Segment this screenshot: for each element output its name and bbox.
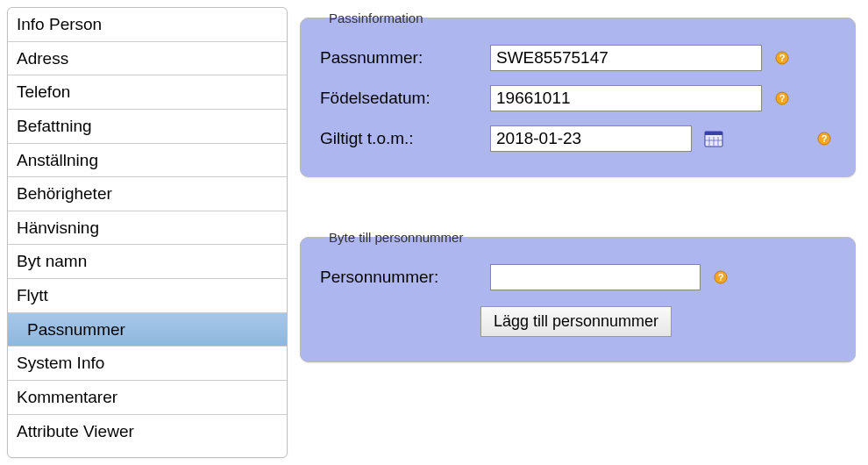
sidebar-item-label: Byt namn — [17, 252, 87, 270]
sidebar-item-behorigheter[interactable]: Behörigheter — [8, 176, 287, 211]
sidebar-item-label: Behörigheter — [17, 184, 112, 203]
svg-text:?: ? — [718, 272, 724, 283]
sidebar-item-info-person[interactable]: Info Person — [8, 8, 287, 41]
passinformation-legend: Passinformation — [325, 11, 427, 25]
svg-rect-5 — [705, 132, 722, 135]
giltigt-input[interactable] — [490, 125, 692, 152]
sidebar-item-label: Info Person — [17, 15, 102, 33]
passinformation-panel: Passinformation Passnummer: ? Födelsedat… — [300, 11, 856, 177]
row-passnummer: Passnummer: ? — [320, 45, 832, 71]
main-content: Passinformation Passnummer: ? Födelsedat… — [300, 7, 861, 458]
sidebar-item-label: Attribute Viewer — [17, 422, 134, 440]
sidebar-item-kommentarer[interactable]: Kommentarer — [8, 380, 287, 414]
sidebar-item-label: Kommentarer — [17, 388, 117, 406]
button-row: Lägg till personnummer — [320, 306, 832, 337]
sidebar-item-attribute-viewer[interactable]: Attribute Viewer — [8, 414, 287, 448]
sidebar-item-hanvisning[interactable]: Hänvisning — [8, 211, 287, 245]
sidebar-item-adress[interactable]: Adress — [8, 41, 287, 75]
sidebar-item-label: Telefon — [17, 82, 70, 101]
giltigt-label: Giltigt t.o.m.: — [320, 129, 478, 148]
sidebar-item-label: Passnummer — [27, 320, 125, 339]
sidebar-item-telefon[interactable]: Telefon — [8, 75, 287, 109]
help-icon[interactable]: ? — [713, 269, 729, 285]
personnummer-label: Personnummer: — [320, 268, 478, 287]
row-giltigt: Giltigt t.o.m.: ? — [320, 125, 832, 152]
passnummer-label: Passnummer: — [320, 48, 478, 68]
sidebar: Info Person Adress Telefon Befattning An… — [7, 7, 288, 458]
add-personnummer-button[interactable]: Lägg till personnummer — [480, 306, 672, 337]
sidebar-item-label: Flytt — [17, 286, 48, 304]
calendar-icon[interactable] — [704, 130, 723, 147]
svg-text:?: ? — [779, 93, 786, 104]
sidebar-item-befattning[interactable]: Befattning — [8, 109, 287, 143]
sidebar-item-anstallning[interactable]: Anställning — [8, 143, 287, 177]
sidebar-item-label: Adress — [17, 49, 68, 68]
row-personnummer: Personnummer: ? — [320, 264, 832, 290]
sidebar-item-system-info[interactable]: System Info — [8, 346, 287, 380]
byte-personnummer-panel: Byte till personnummer Personnummer: ? L… — [300, 230, 856, 362]
fodelsedatum-input[interactable] — [490, 85, 762, 111]
personnummer-input[interactable] — [490, 264, 701, 290]
passnummer-input[interactable] — [490, 45, 762, 71]
sidebar-item-label: Befattning — [17, 117, 92, 135]
svg-text:?: ? — [822, 133, 828, 144]
fodelsedatum-label: Födelsedatum: — [320, 89, 478, 108]
sidebar-item-label: Anställning — [17, 151, 98, 169]
svg-text:?: ? — [779, 53, 786, 63]
help-icon[interactable]: ? — [774, 50, 790, 66]
sidebar-item-passnummer[interactable]: Passnummer — [8, 312, 287, 347]
help-icon[interactable]: ? — [774, 90, 790, 106]
sidebar-item-label: System Info — [17, 354, 104, 372]
row-fodelsedatum: Födelsedatum: ? — [320, 85, 832, 111]
sidebar-item-flytt[interactable]: Flytt — [8, 278, 287, 312]
sidebar-item-label: Hänvisning — [17, 218, 99, 237]
byte-legend: Byte till personnummer — [325, 230, 466, 245]
sidebar-item-byt-namn[interactable]: Byt namn — [8, 244, 287, 278]
help-icon[interactable]: ? — [816, 131, 832, 147]
